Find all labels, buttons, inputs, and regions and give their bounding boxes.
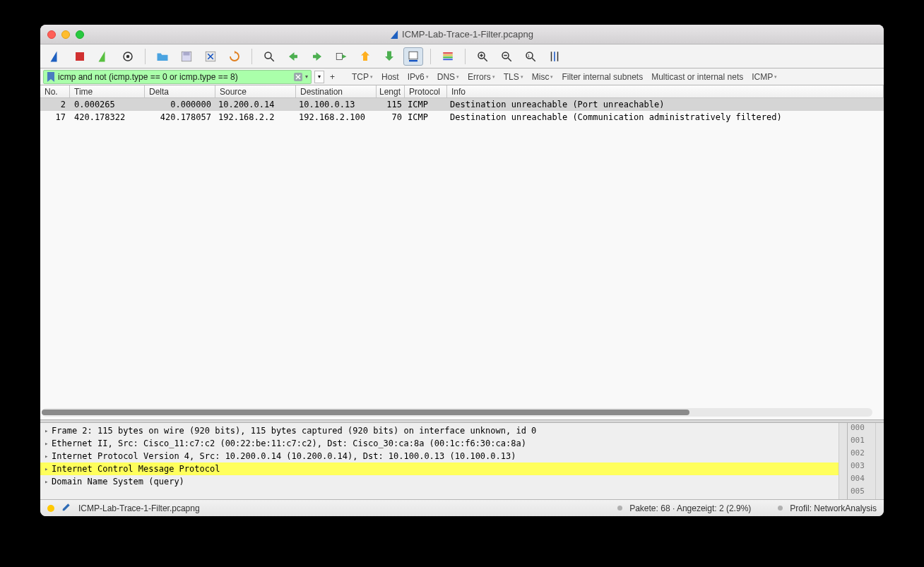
filter-dns-button[interactable]: DNS▾: [434, 72, 462, 82]
zoom-reset-button[interactable]: 1: [521, 47, 540, 66]
packet-details-tree[interactable]: ▸Frame 2: 115 bytes on wire (920 bits), …: [40, 423, 839, 499]
filter-internal-subnets-button[interactable]: Filter internal subnets: [559, 72, 646, 82]
col-header-no[interactable]: No.: [40, 85, 70, 97]
zoom-out-button[interactable]: [497, 47, 516, 66]
tree-item-icmp[interactable]: ▸Internet Control Message Protocol: [40, 462, 839, 475]
svg-point-6: [265, 52, 271, 59]
packet-list[interactable]: 2 0.000265 0.000000 10.200.0.14 10.100.0…: [40, 98, 884, 419]
status-separator-dot: [778, 506, 783, 511]
toolbar-separator: [430, 49, 431, 64]
tree-item-ipv4[interactable]: ▸Internet Protocol Version 4, Src: 10.20…: [40, 450, 839, 462]
svg-line-23: [532, 58, 535, 61]
details-scrollbar[interactable]: [839, 423, 847, 499]
window-minimize-button[interactable]: [61, 30, 70, 39]
stop-capture-button[interactable]: [70, 47, 90, 66]
restart-capture-button[interactable]: [94, 47, 114, 66]
find-packet-button[interactable]: [259, 47, 279, 66]
svg-rect-14: [443, 59, 453, 60]
svg-rect-9: [409, 52, 417, 59]
filter-tcp-button[interactable]: TCP▾: [349, 72, 376, 82]
svg-rect-8: [336, 53, 342, 59]
open-file-button[interactable]: [153, 47, 172, 66]
col-header-info[interactable]: Info: [447, 85, 884, 97]
filter-errors-button[interactable]: Errors▾: [465, 72, 498, 82]
go-to-last-button[interactable]: [379, 47, 399, 66]
capture-options-button[interactable]: [118, 47, 138, 66]
filter-apply-dropdown[interactable]: ▾: [314, 71, 324, 83]
filter-misc-button[interactable]: Misc▾: [529, 72, 557, 82]
expand-icon[interactable]: ▸: [45, 465, 52, 472]
window-title: ICMP-Lab-Trace-1-Filter.pcapng: [402, 29, 533, 40]
filter-bar: icmp and not (icmp.type == 0 or icmp.typ…: [40, 68, 884, 85]
svg-rect-4: [184, 52, 190, 55]
col-header-source[interactable]: Source: [215, 85, 296, 97]
status-packet-count: Pakete: 68 · Angezeigt: 2 (2.9%): [629, 503, 751, 513]
hex-scrollbar[interactable]: [875, 423, 884, 499]
filter-clear-icon[interactable]: [294, 73, 302, 81]
expand-icon[interactable]: ▸: [45, 427, 52, 434]
window-maximize-button[interactable]: [76, 30, 84, 39]
edit-capture-comment-icon[interactable]: [61, 502, 71, 514]
display-filter-input[interactable]: icmp and not (icmp.type == 0 or icmp.typ…: [43, 70, 312, 84]
filter-tls-button[interactable]: TLS▾: [501, 72, 526, 82]
go-to-first-button[interactable]: [355, 47, 375, 66]
toolbar-separator: [145, 49, 146, 64]
hex-offset-column[interactable]: 000 001 002 003 004 005: [847, 423, 875, 499]
filter-icmp-button[interactable]: ICMP▾: [749, 72, 780, 82]
go-to-packet-button[interactable]: [331, 47, 351, 66]
auto-scroll-button[interactable]: [403, 47, 423, 66]
title: ICMP-Lab-Trace-1-Filter.pcapng: [391, 29, 533, 40]
go-back-button[interactable]: [283, 47, 303, 66]
zoom-in-button[interactable]: [473, 47, 492, 66]
tree-item-ethernet[interactable]: ▸Ethernet II, Src: Cisco_11:c7:c2 (00:22…: [40, 437, 839, 450]
svg-rect-12: [443, 54, 453, 56]
expand-icon[interactable]: ▸: [45, 453, 52, 460]
status-profile[interactable]: Profil: NetworkAnalysis: [790, 503, 877, 513]
svg-rect-13: [443, 56, 453, 58]
main-toolbar: 1: [40, 44, 884, 68]
col-header-length[interactable]: Lengt: [377, 85, 405, 97]
filter-ipv6-button[interactable]: IPv6▾: [405, 72, 432, 82]
colorize-button[interactable]: [438, 47, 458, 66]
svg-point-2: [126, 54, 130, 58]
go-forward-button[interactable]: [307, 47, 327, 66]
filter-multicast-button[interactable]: Multicast or internal nets: [648, 72, 746, 82]
close-file-button[interactable]: [201, 47, 220, 66]
reload-file-button[interactable]: [225, 47, 244, 66]
status-separator-dot: [617, 506, 622, 511]
svg-rect-0: [76, 52, 84, 61]
packet-list-header: No. Time Delta Source Destination Lengt …: [40, 85, 884, 98]
filter-host-button[interactable]: Host: [379, 72, 402, 82]
toolbar-separator: [251, 49, 252, 64]
filter-add-button[interactable]: +: [327, 72, 338, 82]
save-file-button[interactable]: [177, 47, 196, 66]
details-area: ▸Frame 2: 115 bytes on wire (920 bits), …: [40, 423, 884, 499]
col-header-destination[interactable]: Destination: [296, 85, 377, 97]
svg-rect-11: [443, 52, 453, 54]
tree-item-dns[interactable]: ▸Domain Name System (query): [40, 475, 839, 488]
filter-dropdown-icon[interactable]: ▾: [305, 73, 308, 80]
status-file-name: ICMP-Lab-Trace-1-Filter.pcapng: [78, 503, 200, 513]
expand-icon[interactable]: ▸: [45, 478, 52, 485]
wireshark-fin-icon: [391, 30, 398, 39]
traffic-lights: [47, 30, 84, 39]
svg-line-16: [484, 58, 487, 61]
expert-info-indicator[interactable]: [47, 505, 54, 512]
scrollbar-thumb[interactable]: [42, 410, 689, 415]
resize-columns-button[interactable]: [545, 47, 564, 66]
toolbar-separator: [465, 49, 466, 64]
packet-row[interactable]: 17 420.178322 420.178057 192.168.2.2 192…: [40, 111, 884, 124]
window-close-button[interactable]: [47, 30, 56, 39]
horizontal-scrollbar[interactable]: [42, 408, 872, 417]
app-window: ICMP-Lab-Trace-1-Filter.pcapng: [40, 25, 884, 516]
expand-icon[interactable]: ▸: [45, 440, 52, 447]
col-header-protocol[interactable]: Protocol: [405, 85, 447, 97]
tree-item-frame[interactable]: ▸Frame 2: 115 bytes on wire (920 bits), …: [40, 424, 839, 437]
bookmark-icon[interactable]: [47, 72, 55, 82]
titlebar: ICMP-Lab-Trace-1-Filter.pcapng: [40, 25, 884, 44]
col-header-delta[interactable]: Delta: [145, 85, 215, 97]
col-header-time[interactable]: Time: [70, 85, 145, 97]
packet-row[interactable]: 2 0.000265 0.000000 10.200.0.14 10.100.0…: [40, 98, 884, 111]
start-capture-button[interactable]: [46, 47, 66, 66]
status-bar: ICMP-Lab-Trace-1-Filter.pcapng Pakete: 6…: [40, 499, 884, 516]
